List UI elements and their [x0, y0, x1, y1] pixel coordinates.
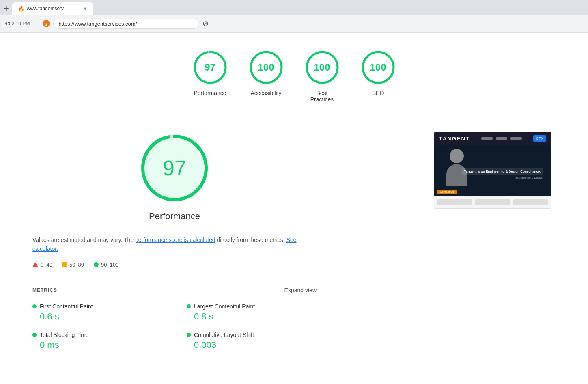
score-circle-performance-lg: 97	[138, 132, 211, 205]
legend-item-bad: 0–49	[32, 262, 52, 268]
score-value-seo-sm: 100	[370, 62, 386, 73]
score-circle-accessibility-sm: 100	[248, 49, 284, 86]
preview-hero: Tangent is an Engineering & Design Consu…	[434, 145, 551, 186]
metric-lcp-dot	[187, 304, 191, 308]
score-card-accessibility: 100 Accessibility	[248, 49, 284, 103]
metric-lcp-name: Largest Contentful Paint	[194, 303, 255, 310]
legend-square-icon	[62, 262, 67, 267]
preview-footer-col-2	[475, 199, 510, 205]
favicon: 🔥	[43, 20, 50, 27]
score-card-best-practices: 100 BestPractices	[304, 49, 340, 103]
metrics-label: METRICS	[32, 287, 57, 293]
url-input[interactable]: https://www.tangentservices.com/	[53, 19, 199, 29]
metric-tbt-name: Total Blocking Time	[40, 332, 89, 338]
score-value-accessibility-sm: 100	[258, 62, 274, 73]
legend-item-good: 90–100	[94, 262, 118, 268]
preview-subtitle: Engineering & Design	[462, 176, 543, 179]
metric-fcp-value: 0.6 s	[32, 311, 162, 322]
metric-fcp: First Contentful Paint 0.6 s	[32, 303, 162, 322]
score-circle-performance-sm: 97	[192, 49, 228, 86]
score-card-performance: 97 Performance	[192, 49, 228, 103]
metrics-grid: First Contentful Paint 0.6 s Largest Con…	[32, 303, 317, 350]
tab-favicon: 🔥	[18, 6, 24, 12]
browser-chrome: + 🔥 www.tangentserv ▼ 4:52:10 PM - 🔥 htt…	[0, 0, 588, 33]
tab-bar: + 🔥 www.tangentserv ▼	[0, 0, 588, 15]
perf-left: 97 Performance Values are estimated and …	[32, 132, 317, 350]
preview-cta-button[interactable]: Contact Us	[437, 190, 457, 194]
score-value-performance-sm: 97	[205, 62, 215, 73]
metric-fcp-name-row: First Contentful Paint	[32, 303, 162, 310]
preview-nav-item	[496, 137, 507, 140]
metric-tbt-value: 0 ms	[32, 340, 162, 350]
preview-cta-badge: CTX	[533, 135, 546, 142]
metric-tbt-dot	[32, 333, 37, 337]
metric-fcp-name: First Contentful Paint	[40, 303, 93, 310]
preview-footer-col-1	[437, 199, 472, 205]
score-label-accessibility-sm: Accessibility	[250, 90, 281, 96]
preview-btn-row: Contact Us	[434, 186, 551, 196]
address-bar: 4:52:10 PM - 🔥 https://www.tangentservic…	[0, 15, 588, 32]
metric-cls-value: 0.003	[187, 340, 317, 350]
perf-score-link[interactable]: performance score is calculated	[135, 237, 215, 243]
time-display: 4:52:10 PM	[5, 21, 30, 26]
large-circle-container: 97 Performance	[32, 132, 317, 227]
legend-triangle-icon	[32, 262, 38, 267]
preview-headline: Tangent is an Engineering & Design Consu…	[462, 168, 543, 175]
metric-lcp-name-row: Largest Contentful Paint	[187, 303, 317, 310]
score-label-seo-sm: SEO	[372, 90, 384, 96]
score-label-performance-sm: Performance	[194, 90, 226, 96]
active-tab[interactable]: 🔥 www.tangentserv ▼	[12, 2, 93, 15]
score-card-seo: 100 SEO	[360, 49, 396, 103]
preview-footer-col-3	[513, 199, 548, 205]
metric-tbt-name-row: Total Blocking Time	[32, 332, 162, 338]
site-preview: TANGENT CTX Tangent	[434, 132, 551, 209]
score-section-top: 97 Performance 100 Accessibility	[0, 33, 588, 115]
metric-lcp-value: 0.8 s	[187, 311, 317, 322]
main-section: 97 Performance Values are estimated and …	[0, 115, 588, 367]
score-value-best-practices-sm: 100	[314, 62, 330, 73]
metric-fcp-dot	[32, 304, 37, 308]
preview-nav-item	[481, 137, 493, 140]
expand-view-button[interactable]: Expand view	[284, 287, 317, 293]
score-label-best-practices-sm: BestPractices	[310, 90, 334, 103]
perf-right: TANGENT CTX Tangent	[434, 132, 556, 350]
legend-item-average: 50–89	[62, 262, 84, 268]
metric-lcp: Largest Contentful Paint 0.8 s	[187, 303, 317, 322]
legend: 0–49 50–89 90–100	[32, 262, 317, 268]
preview-footer-area	[434, 196, 551, 208]
preview-header: TANGENT CTX	[434, 132, 551, 145]
legend-circle-icon	[94, 262, 99, 267]
metrics-header: METRICS Expand view	[32, 280, 317, 293]
tab-title: www.tangentserv	[27, 6, 64, 11]
content-area: 97 Performance 100 Accessibility	[0, 33, 588, 367]
metric-cls-dot	[187, 333, 191, 337]
preview-logo: TANGENT	[439, 136, 470, 142]
metric-tbt: Total Blocking Time 0 ms	[32, 332, 162, 350]
metric-cls-name-row: Cumulative Layout Shift	[187, 332, 317, 338]
preview-text-overlay: Tangent is an Engineering & Design Consu…	[462, 168, 543, 179]
preview-nav-item	[510, 137, 522, 140]
url-text: https://www.tangentservices.com/	[58, 21, 137, 27]
score-value-lg: 97	[163, 156, 186, 180]
perf-title: Performance	[149, 211, 200, 222]
score-circle-best-practices-sm: 100	[304, 49, 340, 86]
legend-bad-range: 0–49	[41, 262, 52, 268]
legend-good-range: 90–100	[101, 262, 118, 268]
metric-cls: Cumulative Layout Shift 0.003	[187, 332, 317, 350]
new-tab-button[interactable]: +	[4, 4, 9, 13]
metric-cls-name: Cumulative Layout Shift	[194, 332, 254, 338]
preview-nav	[481, 137, 522, 140]
section-divider	[375, 132, 375, 350]
legend-avg-range: 50–89	[69, 262, 84, 268]
score-circle-seo-sm: 100	[360, 49, 396, 86]
perf-description: Values are estimated and may vary. The p…	[32, 235, 317, 254]
stop-button[interactable]: ⊘	[202, 19, 209, 28]
